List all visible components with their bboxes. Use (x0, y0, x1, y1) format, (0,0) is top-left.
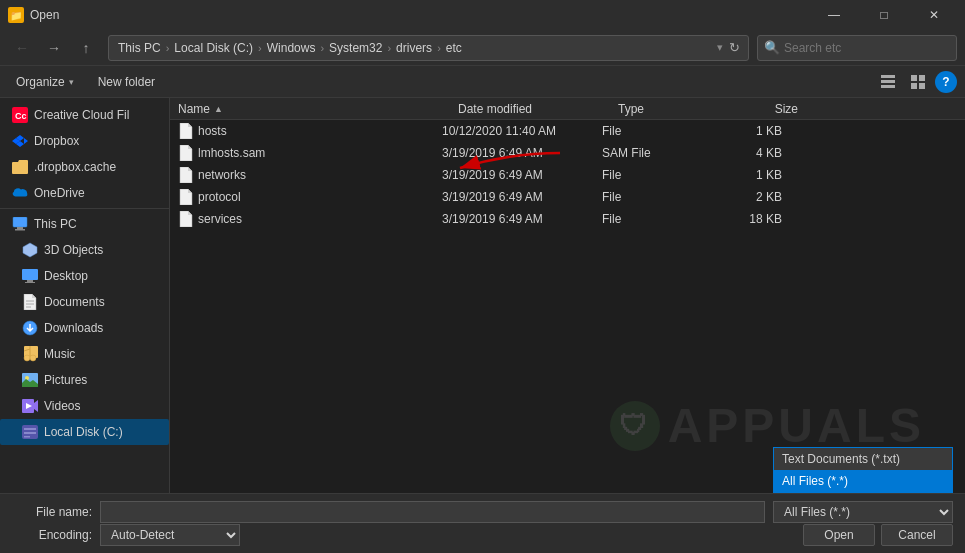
addr-this-pc[interactable]: This PC (115, 40, 164, 56)
view-tiles-button[interactable] (905, 69, 931, 95)
table-row[interactable]: services 3/19/2019 6:49 AM File 18 KB (170, 208, 965, 230)
svg-text:Cc: Cc (15, 111, 27, 121)
addr-drivers[interactable]: drivers (393, 40, 435, 56)
file-cell-type: SAM File (602, 146, 702, 160)
new-folder-label: New folder (98, 75, 155, 89)
title-bar-left: 📁 Open (8, 7, 59, 23)
svg-rect-6 (919, 83, 925, 89)
new-folder-button[interactable]: New folder (90, 72, 163, 92)
sidebar-item-downloads[interactable]: Downloads (0, 315, 169, 341)
search-input[interactable] (784, 41, 950, 55)
encoding-select[interactable]: Auto-Detect UTF-8 (100, 524, 240, 546)
window-title: Open (30, 8, 59, 22)
addr-dropdown-arrow[interactable]: ▾ (717, 41, 723, 54)
view-controls: ? (875, 69, 957, 95)
sidebar-item-creative-cloud[interactable]: Cc Creative Cloud Fil (0, 102, 169, 128)
organize-button[interactable]: Organize ▾ (8, 72, 82, 92)
addr-windows[interactable]: Windows (264, 40, 319, 56)
sidebar-label-onedrive: OneDrive (34, 186, 85, 200)
address-bar[interactable]: This PC › Local Disk (C:) › Windows › Sy… (108, 35, 749, 61)
table-row[interactable]: protocol 3/19/2019 6:49 AM File 2 KB (170, 186, 965, 208)
svg-rect-14 (27, 280, 33, 282)
addr-local-disk[interactable]: Local Disk (C:) (171, 40, 256, 56)
sidebar-label-this-pc: This PC (34, 217, 77, 231)
file-icon (178, 145, 194, 161)
svg-rect-4 (919, 75, 925, 81)
maximize-button[interactable]: □ (861, 0, 907, 30)
svg-rect-32 (24, 432, 36, 434)
addr-system32[interactable]: System32 (326, 40, 385, 56)
addr-sep-5: › (437, 42, 441, 54)
open-button[interactable]: Open (803, 524, 875, 546)
svg-rect-10 (17, 227, 23, 229)
sort-arrow-name: ▲ (214, 104, 223, 114)
svg-rect-33 (24, 436, 30, 438)
encoding-label: Encoding: (12, 528, 92, 542)
file-cell-type: File (602, 124, 702, 138)
dropdown-option-allfiles[interactable]: All Files (*.*) (774, 470, 952, 492)
col-header-date[interactable]: Date modified (458, 102, 618, 116)
sidebar-item-3d-objects[interactable]: 3D Objects (0, 237, 169, 263)
onedrive-icon (12, 185, 28, 201)
file-icon (178, 189, 194, 205)
sidebar-item-videos[interactable]: Videos (0, 393, 169, 419)
encoding-row: Encoding: Auto-Detect UTF-8 Open Cancel (12, 524, 953, 546)
sidebar-item-this-pc[interactable]: This PC (0, 211, 169, 237)
dropbox-icon (12, 133, 28, 149)
filename-input[interactable] (100, 501, 765, 523)
addr-sep-4: › (387, 42, 391, 54)
search-box[interactable]: 🔍 (757, 35, 957, 61)
sidebar-item-onedrive[interactable]: OneDrive (0, 180, 169, 206)
table-row[interactable]: hosts 10/12/2020 11:40 AM File 1 KB (170, 120, 965, 142)
videos-icon (22, 398, 38, 414)
file-cell-name: protocol (178, 189, 442, 205)
cancel-button[interactable]: Cancel (881, 524, 953, 546)
forward-button[interactable]: → (40, 34, 68, 62)
file-icon (178, 211, 194, 227)
sidebar-item-music[interactable]: Music (0, 341, 169, 367)
close-button[interactable]: ✕ (911, 0, 957, 30)
file-cell-size: 18 KB (702, 212, 782, 226)
sidebar-item-desktop[interactable]: Desktop (0, 263, 169, 289)
back-button[interactable]: ← (8, 34, 36, 62)
downloads-icon (22, 320, 38, 336)
svg-rect-9 (13, 217, 27, 227)
action-bar: Organize ▾ New folder ? (0, 66, 965, 98)
addr-etc[interactable]: etc (443, 40, 465, 56)
sidebar-label-desktop: Desktop (44, 269, 88, 283)
filetype-select[interactable]: All Files (*.*) Text Documents (*.txt) (773, 501, 953, 523)
sidebar-label-music: Music (44, 347, 75, 361)
view-details-button[interactable] (875, 69, 901, 95)
file-icon (178, 123, 194, 139)
refresh-button[interactable]: ↻ (727, 38, 742, 57)
creative-cloud-icon: Cc (12, 107, 28, 123)
table-row[interactable]: networks 3/19/2019 6:49 AM File 1 KB (170, 164, 965, 186)
up-button[interactable]: ↑ (72, 34, 100, 62)
dropdown-option-txt[interactable]: Text Documents (*.txt) (774, 448, 952, 470)
col-header-name[interactable]: Name ▲ (178, 102, 458, 116)
title-controls[interactable]: — □ ✕ (811, 0, 957, 30)
col-header-size[interactable]: Size (718, 102, 798, 116)
svg-rect-15 (25, 282, 35, 283)
sidebar-divider-1 (0, 208, 169, 209)
svg-point-22 (30, 355, 36, 361)
svg-rect-11 (15, 229, 25, 231)
help-button[interactable]: ? (935, 71, 957, 93)
sidebar-item-dropbox[interactable]: Dropbox (0, 128, 169, 154)
minimize-button[interactable]: — (811, 0, 857, 30)
action-buttons: Open Cancel (803, 524, 953, 546)
sidebar-item-documents[interactable]: Documents (0, 289, 169, 315)
sidebar-item-pictures[interactable]: Pictures (0, 367, 169, 393)
sidebar-item-local-disk[interactable]: Local Disk (C:) (0, 419, 169, 445)
svg-rect-1 (881, 80, 895, 83)
music-icon (22, 346, 38, 362)
filename-row: File name: All Files (*.*) Text Document… (12, 501, 953, 523)
table-row[interactable]: lmhosts.sam 3/19/2019 6:49 AM SAM File 4… (170, 142, 965, 164)
svg-rect-0 (881, 75, 895, 78)
svg-rect-31 (24, 428, 36, 430)
sidebar: Cc Creative Cloud Fil Dropbox .dropbox. (0, 98, 170, 493)
filename-label: File name: (12, 505, 92, 519)
col-header-type[interactable]: Type (618, 102, 718, 116)
sidebar-item-dropbox-cache[interactable]: .dropbox.cache (0, 154, 169, 180)
search-icon: 🔍 (764, 40, 780, 55)
